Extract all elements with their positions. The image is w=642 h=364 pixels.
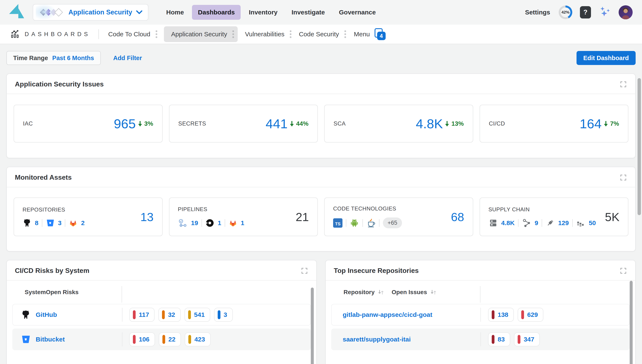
table-scrollbar[interactable] (630, 281, 633, 364)
help-icon[interactable]: ? (580, 6, 591, 18)
nav-item-governance[interactable]: Governance (333, 5, 382, 20)
severity-badge[interactable]: 3 (214, 308, 233, 322)
stat-card-cicd[interactable]: CI/CD 164 7% (480, 105, 628, 142)
ai-sparkle-icon[interactable] (599, 6, 611, 18)
kebab-menu-icon[interactable] (344, 30, 346, 38)
supply-count-branches[interactable]: 9 (535, 220, 538, 226)
pixel-bars-icon (576, 218, 585, 228)
repo-count-gitlab[interactable]: 2 (81, 220, 85, 226)
tab-application-security[interactable]: Application Security (164, 26, 238, 42)
severity-stripe (133, 310, 136, 319)
nav-item-investigate[interactable]: Investigate (286, 5, 331, 20)
table-row-repo[interactable]: saarett/supplygoat-itai 83 347 (331, 328, 630, 350)
edit-dashboard-button[interactable]: Edit Dashboard (576, 51, 636, 65)
time-range-filter[interactable]: Time Range Past 6 Months (6, 51, 101, 65)
trend-down-icon (138, 120, 143, 127)
asset-total[interactable]: 68 (451, 210, 464, 224)
tab-code-to-cloud[interactable]: Code To Cloud (107, 27, 164, 41)
stat-card-sca[interactable]: SCA 4.8K 13% (324, 105, 473, 142)
tab-menu[interactable]: Menu 4 (354, 28, 386, 40)
asset-card-repositories[interactable]: REPOSITORIES 8 3 (14, 198, 163, 236)
asset-card-pipelines[interactable]: PIPELINES 19 1 (169, 198, 318, 236)
severity-badge[interactable]: 106 (129, 332, 155, 346)
column-open-issues[interactable]: Open Issues (392, 289, 427, 296)
supply-count-other[interactable]: 50 (589, 220, 596, 226)
sort-icon[interactable] (378, 289, 384, 295)
column-system[interactable]: System (25, 289, 46, 296)
severity-badge[interactable]: 629 (518, 308, 543, 322)
stat-card-iac[interactable]: IAC 965 3% (14, 105, 163, 142)
tab-vulnerabilities[interactable]: Vulnerabilities (244, 27, 298, 41)
severity-stripe (188, 310, 191, 319)
pipeline-count-circleci[interactable]: 1 (218, 220, 221, 226)
table-scrollbar[interactable] (311, 288, 314, 364)
circleci-icon (205, 218, 214, 228)
expand-icon[interactable] (300, 267, 308, 274)
stat-card-secrets[interactable]: SECRETS 441 44% (169, 105, 318, 142)
repo-count-bitbucket[interactable]: 3 (58, 220, 62, 226)
kebab-menu-icon[interactable] (232, 30, 234, 38)
sort-icon[interactable] (430, 289, 437, 295)
severity-stripe (133, 335, 136, 344)
asset-card-supply-chain[interactable]: SUPPLY CHAIN 4.8K 9 (480, 198, 628, 236)
table-row-repo[interactable]: gitlab-panw-appsec/cicd-goat 138 629 (331, 304, 630, 326)
severity-badge[interactable]: 347 (514, 332, 540, 346)
brand-logo-icon[interactable] (8, 3, 26, 22)
menu-count-badge[interactable]: 4 (375, 28, 386, 40)
severity-badge[interactable]: 423 (185, 332, 210, 346)
settings-link[interactable]: Settings (525, 9, 550, 16)
column-repository[interactable]: Repository (344, 289, 375, 296)
asset-total[interactable]: 13 (140, 210, 153, 224)
divider (98, 29, 99, 39)
supply-count-packages[interactable]: 4.8K (501, 220, 515, 226)
kebab-menu-icon[interactable] (289, 30, 292, 38)
page-scrollbar[interactable] (637, 78, 641, 215)
table-row-github[interactable]: GitHub 117 32 541 (12, 304, 311, 326)
trend-percent: 7% (610, 120, 619, 127)
pipeline-count-gitlab[interactable]: 1 (241, 220, 244, 226)
more-technologies-pill[interactable]: +65 (383, 218, 402, 228)
nav-item-home[interactable]: Home (160, 5, 190, 20)
asset-card-code-technologies[interactable]: CODE TECHNOLOGIES TS +65 (324, 198, 473, 236)
repository-link[interactable]: gitlab-panw-appsec/cicd-goat (343, 311, 432, 318)
severity-badge[interactable]: 541 (185, 308, 210, 322)
panel-title: Monitored Assets (15, 174, 72, 181)
gitlab-icon (69, 218, 78, 228)
expand-icon[interactable] (619, 80, 627, 88)
nav-item-inventory[interactable]: Inventory (243, 5, 283, 20)
system-link[interactable]: GitHub (36, 311, 57, 318)
pipeline-count-github-actions[interactable]: 19 (191, 220, 198, 226)
chevron-down-icon (136, 10, 142, 14)
supply-count-plugins[interactable]: 129 (558, 220, 569, 226)
panel-title: Application Security Issues (15, 80, 104, 88)
typescript-icon: TS (333, 218, 343, 228)
panel-title: Top Insecure Repositories (334, 267, 419, 274)
kebab-menu-icon[interactable] (155, 30, 158, 38)
bitbucket-icon (46, 218, 55, 228)
time-range-value: Past 6 Months (52, 54, 94, 62)
trend-down-icon (603, 120, 608, 127)
severity-stripe (162, 335, 165, 344)
severity-badge[interactable]: 138 (488, 308, 514, 322)
add-filter-button[interactable]: Add Filter (113, 54, 142, 62)
severity-badge[interactable]: 83 (488, 332, 510, 346)
expand-icon[interactable] (619, 174, 627, 181)
column-open-risks[interactable]: Open Risks (46, 289, 79, 296)
user-avatar[interactable] (619, 5, 633, 19)
expand-icon[interactable] (619, 267, 627, 274)
severity-badge[interactable]: 117 (129, 308, 155, 322)
severity-badge[interactable]: 32 (158, 308, 180, 322)
repo-count-github[interactable]: 8 (35, 220, 39, 226)
system-link[interactable]: Bitbucket (36, 336, 65, 343)
repository-link[interactable]: saarett/supplygoat-itai (343, 336, 411, 343)
android-icon (350, 218, 359, 228)
app-selector-label: Application Security (69, 8, 132, 16)
nav-item-dashboards[interactable]: Dashboards (192, 5, 241, 20)
github-icon (21, 310, 31, 320)
usage-gauge[interactable]: 42% (559, 6, 572, 19)
table-row-bitbucket[interactable]: Bitbucket 106 22 423 (12, 328, 311, 350)
severity-badge[interactable]: 22 (159, 332, 181, 346)
app-selector[interactable]: Application Security (33, 4, 148, 20)
panel-cicd-risks-by-system: CI/CD Risks by System System Open Risks … (6, 260, 317, 364)
tab-code-security[interactable]: Code Security (298, 27, 353, 41)
